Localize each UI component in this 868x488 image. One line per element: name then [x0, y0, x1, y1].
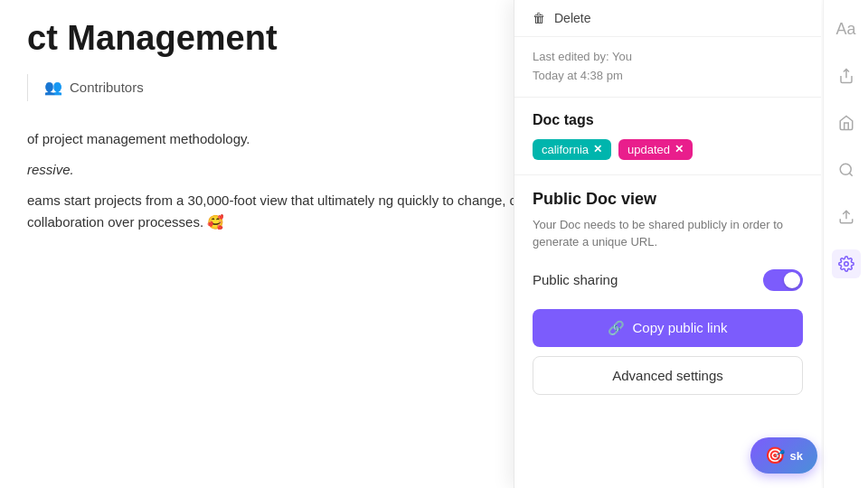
copy-public-link-label: Copy public link [632, 320, 727, 335]
ask-button[interactable]: 🎯 sk [750, 437, 817, 474]
settings-icon[interactable] [832, 249, 861, 278]
svg-line-1 [849, 173, 852, 175]
public-doc-title: Public Doc view [533, 190, 803, 209]
copy-public-link-button[interactable]: 🔗 Copy public link [533, 309, 803, 347]
tag-updated[interactable]: updated ✕ [618, 139, 693, 160]
public-sharing-row: Public sharing [533, 269, 803, 291]
tags-row: california ✕ updated ✕ [533, 139, 803, 160]
search-icon[interactable] [832, 155, 861, 184]
public-sharing-label: Public sharing [533, 272, 618, 287]
advanced-settings-button[interactable]: Advanced settings [533, 356, 803, 395]
home-icon[interactable] [832, 108, 861, 137]
last-edited-line2: Today at 4:38 pm [533, 67, 803, 86]
dropdown-panel: 🗑 Delete Last edited by: You Today at 4:… [514, 0, 821, 488]
last-edited-section: Last edited by: You Today at 4:38 pm [514, 37, 821, 98]
tag-california-label: california [542, 143, 589, 156]
delete-label: Delete [554, 11, 590, 25]
svg-point-2 [844, 262, 848, 267]
public-doc-description: Your Doc needs to be shared publicly in … [533, 216, 803, 251]
tag-updated-label: updated [627, 143, 670, 156]
ask-label: sk [790, 449, 803, 463]
tag-california-close[interactable]: ✕ [593, 143, 602, 155]
doc-tags-section: Doc tags california ✕ updated ✕ [514, 98, 821, 175]
doc-tags-title: Doc tags [533, 112, 803, 128]
people-icon: 👥 [44, 79, 62, 96]
vertical-divider [27, 74, 28, 101]
advanced-settings-label: Advanced settings [612, 368, 723, 383]
share-icon[interactable] [832, 61, 861, 90]
tag-california[interactable]: california ✕ [533, 139, 611, 160]
tag-updated-close[interactable]: ✕ [675, 143, 684, 155]
svg-point-0 [840, 164, 851, 174]
last-edited-line1: Last edited by: You [533, 48, 803, 67]
clickup-logo: 🎯 [765, 446, 785, 465]
font-size-symbol: Aa [835, 20, 855, 39]
trash-icon: 🗑 [533, 11, 545, 25]
upload-icon[interactable] [832, 202, 861, 231]
link-icon: 🔗 [608, 320, 625, 336]
delete-row[interactable]: 🗑 Delete [514, 0, 821, 37]
contributors-label: Contributors [70, 80, 144, 95]
toggle-knob [784, 272, 800, 288]
right-sidebar: Aa [823, 0, 868, 488]
font-size-icon[interactable]: Aa [832, 14, 861, 43]
public-sharing-toggle[interactable] [763, 269, 803, 291]
italic-text: ressive. [27, 162, 74, 177]
